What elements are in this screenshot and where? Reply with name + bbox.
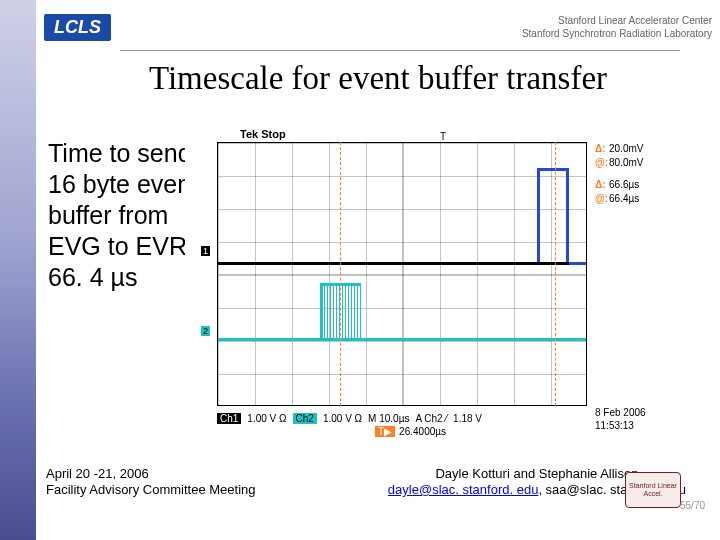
scope-ch1-pulse <box>537 168 569 262</box>
footer-email-sep: , <box>538 482 545 497</box>
footer-left: April 20 -21, 2006 Facility Advisory Com… <box>46 466 256 498</box>
scope-date: 8 Feb 2006 <box>595 406 646 419</box>
lcls-logo-text: LCLS <box>44 14 111 41</box>
slide-left-gradient <box>0 0 36 540</box>
footer-date: April 20 -21, 2006 <box>46 466 256 482</box>
scope-delta-t: 66.6µs <box>609 179 639 190</box>
slide-title: Timescale for event buffer transfer <box>36 60 720 97</box>
footer-email-1[interactable]: dayle@slac. stanford. edu <box>388 482 539 497</box>
scope-at-v: 80.0mV <box>609 157 643 168</box>
scope-trig-level: 1.18 V <box>453 413 482 424</box>
lcls-logo: LCLS <box>44 14 111 41</box>
footer: April 20 -21, 2006 Facility Advisory Com… <box>46 466 686 498</box>
scope-trig-src: A Ch2 ∕ <box>415 413 447 424</box>
scope-ch1-trace-after <box>569 262 586 265</box>
slac-logo-text: Stanford Linear Accelerator Center Stanf… <box>522 14 712 40</box>
scope-ch1-scale: 1.00 V Ω <box>247 413 286 424</box>
scope-time: 11:53:13 <box>595 419 646 432</box>
scope-cursor-b <box>555 142 556 406</box>
scope-delta-v: 20.0mV <box>609 143 643 154</box>
footer-meeting: Facility Advisory Committee Meeting <box>46 482 256 498</box>
header-divider <box>120 50 680 51</box>
page-count: 55/70 <box>680 500 705 511</box>
slac-footer-logo: Stanford Linear Accel. <box>625 472 681 508</box>
scope-trigger-marker: T <box>440 131 446 142</box>
scope-ch2-scale: 1.00 V Ω <box>323 413 362 424</box>
scope-cursor-readouts: Δ:20.0mV @:80.0mV Δ:66.6µs @:66.4µs <box>595 142 683 206</box>
scope-t-arrow: T▶ <box>375 426 395 437</box>
header: LCLS Stanford Linear Accelerator Center … <box>36 0 720 54</box>
slac-footer-logo-text: Stanford Linear Accel. <box>626 482 680 498</box>
scope-bottom-row: Ch1 1.00 V Ω Ch2 1.00 V Ω M 10.0µs A Ch2… <box>217 410 587 426</box>
scope-t-position: T▶ 26.4000µs <box>375 426 446 437</box>
scope-ch2-chip: Ch2 <box>293 413 317 424</box>
scope-cursor-a <box>340 142 341 406</box>
scope-ch1-trace <box>218 262 570 265</box>
oscilloscope-screenshot: Tek Stop T D 1 2 Δ:20.0mV @:80.0mV Δ:66.… <box>185 128 685 438</box>
slac-line-1: Stanford Linear Accelerator Center <box>522 14 712 27</box>
scope-ch2-trace <box>218 338 586 341</box>
scope-ch1-marker: 1 <box>201 246 210 256</box>
scope-t-value: 26.4000µs <box>399 426 446 437</box>
scope-at-t: 66.4µs <box>609 193 639 204</box>
scope-ch2-marker: 2 <box>201 326 210 336</box>
scope-timestamp: 8 Feb 2006 11:53:13 <box>595 406 646 432</box>
scope-graticule <box>217 142 587 406</box>
scope-ch1-chip: Ch1 <box>217 413 241 424</box>
scope-timebase: M 10.0µs <box>368 413 409 424</box>
scope-ch2-burst <box>321 283 361 339</box>
slac-line-2: Stanford Synchrotron Radiation Laborator… <box>522 27 712 40</box>
scope-center-v <box>402 143 403 405</box>
scope-run-state: Tek Stop <box>240 128 286 140</box>
